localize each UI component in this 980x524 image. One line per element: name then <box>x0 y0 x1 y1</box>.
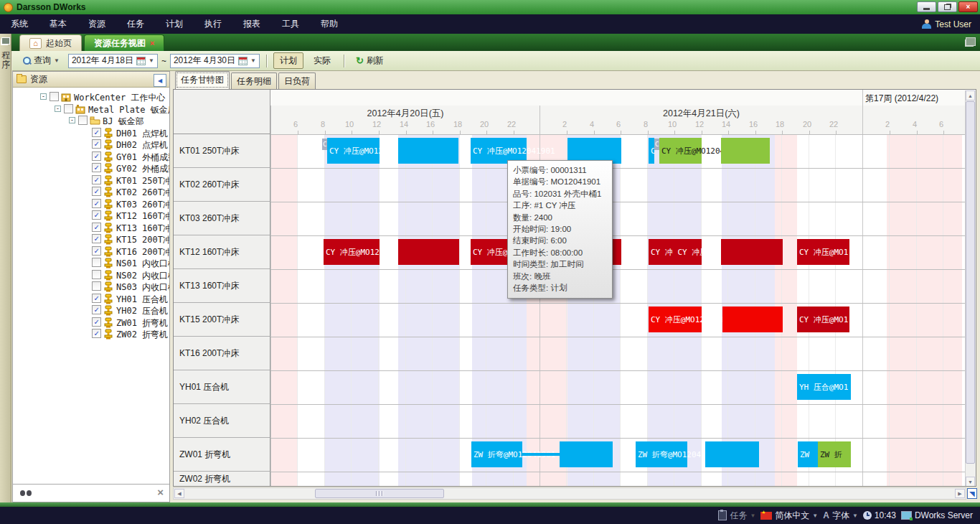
doc-tab[interactable]: ⌂起始页 <box>19 34 82 51</box>
collapse-icon[interactable]: - <box>55 106 61 112</box>
gantt-bar[interactable] <box>522 453 560 456</box>
tree-checkbox[interactable]: ✓ <box>92 163 101 172</box>
tree-item[interactable]: ✓KT12 160T冲床 <box>13 210 169 222</box>
query-button[interactable]: 查询 ▼ <box>18 52 65 69</box>
menu-item[interactable]: 报表 <box>232 18 271 30</box>
tree-checkbox[interactable]: ✓ <box>92 294 101 303</box>
menu-item[interactable]: 计划 <box>155 18 194 30</box>
collapse-panel-button[interactable]: ◀ <box>154 74 166 87</box>
tree-checkbox[interactable] <box>78 116 88 125</box>
gantt-bar[interactable]: CY 冲压@MO12041904 <box>324 239 380 265</box>
gantt-bar[interactable] <box>721 138 770 164</box>
tree-item[interactable]: ✓KT01 250T冲床 <box>13 174 169 187</box>
tab-close-icon[interactable]: × <box>150 39 154 47</box>
gantt-bar[interactable]: CY 冲 CY 冲压@MO12041904 <box>649 239 702 265</box>
gantt-bar[interactable] <box>721 239 783 265</box>
close-button[interactable]: × <box>958 1 978 12</box>
status-language-menu[interactable]: 简体中文 ▼ <box>760 510 818 522</box>
tree-checkbox[interactable]: ✓ <box>92 234 101 243</box>
tree-item[interactable]: ✓GY02 外桶成型机 <box>13 162 169 174</box>
tree-item[interactable]: NS03 内收口机 <box>13 281 169 293</box>
tree-item[interactable]: ✓YH02 压合机 <box>13 304 169 317</box>
tree-checkbox[interactable]: ✓ <box>92 223 101 232</box>
gantt-bar[interactable]: ZW 折 <box>818 441 851 467</box>
tree-item[interactable]: ✓KT03 260T冲床 <box>13 198 169 210</box>
gantt-bar[interactable] <box>398 239 459 265</box>
tree-checkbox[interactable] <box>92 281 101 291</box>
tree-item[interactable]: ✓DH02 点焊机 <box>13 139 169 151</box>
tree-item[interactable]: ✓DH01 点焊机 <box>13 127 169 139</box>
tree-checkbox[interactable]: ✓ <box>92 305 101 314</box>
menu-item[interactable]: 任务 <box>116 18 155 30</box>
tree-checkbox[interactable]: ✓ <box>92 199 101 208</box>
side-strip[interactable]: 程序 <box>0 34 11 502</box>
gantt-bar[interactable]: CY 冲压@MO1 <box>797 239 849 265</box>
tree-item[interactable]: ✓ZW02 折弯机 <box>13 328 169 340</box>
menu-item[interactable]: 资源 <box>77 18 116 30</box>
tree-item[interactable]: ✓GY01 外桶成型机 <box>13 151 169 163</box>
gantt-bar[interactable]: C <box>654 139 659 150</box>
close-icon[interactable]: × <box>157 486 164 498</box>
tree-item[interactable]: ✓KT13 160T冲床 <box>13 222 169 234</box>
gantt-bar[interactable]: C <box>649 138 654 164</box>
menu-item[interactable]: 系统 <box>0 18 39 30</box>
gantt-bar[interactable] <box>398 138 458 164</box>
date-from-field[interactable]: 2012年 4月18日 ▼ <box>68 54 158 68</box>
gantt-bar[interactable] <box>722 307 783 332</box>
tree-checkbox[interactable]: ✓ <box>92 139 101 149</box>
vertical-scrollbar[interactable]: ▲ ▼ <box>965 90 976 487</box>
status-task-menu[interactable]: 任务 ▼ <box>718 510 755 522</box>
restore-button[interactable] <box>938 1 957 12</box>
scroll-left-arrow[interactable]: ◀ <box>174 489 184 498</box>
scroll-right-arrow[interactable]: ▶ <box>955 489 965 498</box>
view-tab[interactable]: 日负荷 <box>278 72 316 89</box>
tree-checkbox[interactable] <box>92 270 101 279</box>
tree-checkbox[interactable] <box>64 104 73 113</box>
view-tab[interactable]: 任务明细 <box>231 72 277 89</box>
gantt-bar[interactable]: ZW 折弯@MO12041901 <box>471 441 522 467</box>
tree-checkbox[interactable]: ✓ <box>92 175 101 184</box>
minimize-button[interactable] <box>917 1 936 12</box>
tree-item[interactable]: -BJ 钣金部 <box>13 115 169 127</box>
tree-checkbox[interactable]: ✓ <box>92 329 101 338</box>
tree-checkbox[interactable]: ✓ <box>92 317 101 327</box>
horizontal-scroll-thumb[interactable] <box>315 489 444 498</box>
vertical-scroll-thumb[interactable] <box>966 101 975 464</box>
actual-toggle[interactable]: 实际 <box>307 52 337 69</box>
gantt-bar[interactable]: CY 冲压@MO12041903 <box>649 307 702 332</box>
tree-checkbox[interactable]: ✓ <box>92 187 101 196</box>
menu-item[interactable]: 工具 <box>271 18 310 30</box>
plan-toggle[interactable]: 计划 <box>273 52 303 69</box>
tree-checkbox[interactable]: ✓ <box>92 210 101 220</box>
tree-checkbox[interactable]: ✓ <box>92 151 101 161</box>
expand-corner-button[interactable]: ◥ <box>967 488 977 499</box>
horizontal-scrollbar[interactable]: ◀ ▶ <box>173 487 966 500</box>
menu-item[interactable]: 执行 <box>194 18 232 30</box>
gantt-bar[interactable] <box>705 441 759 467</box>
scroll-up-arrow[interactable]: ▲ <box>966 90 975 100</box>
gantt-bar[interactable] <box>560 441 613 467</box>
gantt-bar[interactable]: YH 压合@MO1 <box>797 374 851 400</box>
tree-item[interactable]: -Metal Plate 钣金厂 <box>13 103 169 116</box>
collapse-icon[interactable]: - <box>40 93 47 100</box>
doc-tab[interactable]: 资源任务视图× <box>84 34 164 51</box>
menu-item[interactable]: 帮助 <box>310 18 349 30</box>
tree-checkbox[interactable]: ✓ <box>92 246 101 256</box>
collapse-icon[interactable]: - <box>69 117 75 123</box>
gantt-bar[interactable]: ZW <box>798 441 818 467</box>
tree-item[interactable]: ✓KT16 200T冲床 <box>13 245 169 258</box>
window-list-icon[interactable] <box>966 37 976 46</box>
tree-item[interactable]: ✓ZW01 折弯机 <box>13 317 169 329</box>
user-box[interactable]: Test User <box>922 14 971 34</box>
refresh-button[interactable]: ↻ 刷新 <box>351 52 389 69</box>
tree-checkbox[interactable] <box>92 258 101 267</box>
gantt-bar[interactable]: CY 冲压@MO12041902 <box>659 138 702 164</box>
tree-item[interactable]: ✓KT02 260T冲床 <box>13 186 169 198</box>
binoculars-icon[interactable] <box>20 489 32 497</box>
menu-item[interactable]: 基本 <box>39 18 77 30</box>
gantt-bar[interactable]: ZW 折弯@MO12041901 <box>636 441 687 467</box>
date-to-field[interactable]: 2012年 4月30日 ▼ <box>170 54 260 68</box>
gantt-bar[interactable]: CY 冲压@MO1 <box>797 307 849 332</box>
tree-checkbox[interactable] <box>50 92 59 101</box>
tree-item[interactable]: -WorkCenter 工作中心 <box>13 91 169 103</box>
